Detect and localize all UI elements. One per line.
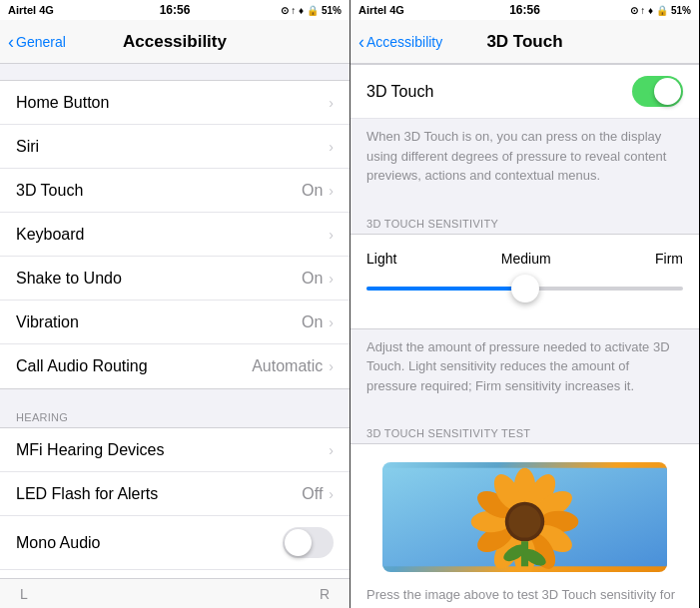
sensitivity-note: Adjust the amount of pressure needed to … [350,329,699,406]
icons-right: ⊙ ↑ ♦ 🔒 [630,5,668,16]
back-chevron-left: ‹ [8,33,14,51]
label-keyboard: Keyboard [16,226,85,244]
right-keyboard: › [327,227,334,243]
sensitivity-labels: Light Medium Firm [350,243,699,271]
slider-container [350,271,699,314]
right-call-audio: Automatic › [252,357,334,375]
label-mfi-hearing: MFi Hearing Devices [16,441,164,459]
nav-bar-right: ‹ Accessibility 3D Touch [350,20,699,64]
left-panel: Airtel 4G 16:56 ⊙ ↑ ♦ 🔒 51% ‹ General Ac… [0,0,350,608]
toggle-3d-touch-right[interactable] [632,76,683,107]
test-image[interactable] [382,462,667,572]
label-call-audio: Call Audio Routing [16,357,148,375]
back-chevron-right: ‹ [358,33,364,51]
back-button-left[interactable]: ‹ General [8,33,66,51]
nav-title-right: 3D Touch [486,32,562,52]
right-led-flash: Off › [302,485,334,503]
label-siri: Siri [16,138,39,156]
hearing-rows: MFi Hearing Devices › LED Flash for Aler… [0,427,350,578]
test-body: Press the image above to test 3D Touch s… [350,443,699,608]
label-mono-audio: Mono Audio [16,534,101,552]
main-section-left: Home Button › Siri › 3D Touch On › [0,80,350,389]
row-3d-touch[interactable]: 3D Touch On › [0,169,350,213]
value-led-flash: Off [302,485,323,503]
content-right: 3D Touch When 3D Touch is on, you can pr… [350,64,699,608]
row-mfi-hearing[interactable]: MFi Hearing Devices › [0,428,350,472]
value-shake-to-undo: On [302,270,323,288]
status-bar-left: Airtel 4G 16:56 ⊙ ↑ ♦ 🔒 51% [0,0,350,20]
time-right: 16:56 [509,3,540,17]
right-shake-to-undo: On › [302,270,334,288]
chevron-3d-touch: › [329,183,334,199]
row-home-button[interactable]: Home Button › [0,81,350,125]
label-firm: Firm [655,251,683,267]
toggle-mono-audio[interactable] [283,527,334,558]
svg-point-14 [508,505,540,537]
touch-toggle-row[interactable]: 3D Touch [350,64,699,119]
value-3d-touch: On [302,182,323,200]
test-image-wrapper[interactable] [350,444,699,572]
back-button-right[interactable]: ‹ Accessibility [358,33,442,51]
slider-wrapper [366,275,683,303]
sensitivity-body: Light Medium Firm [350,234,699,329]
slider-track [366,287,683,291]
row-siri[interactable]: Siri › [0,125,350,169]
row-phone-noise[interactable]: Phone Noise Cancellation [0,570,350,578]
right-siri: › [327,139,334,155]
battery-right: 51% [671,5,691,16]
label-light: Light [366,251,396,267]
back-label-right: Accessibility [366,34,442,50]
back-label-left: General [16,34,66,50]
status-right-right: ⊙ ↑ ♦ 🔒 51% [630,5,691,16]
bottom-right-label: R [320,586,330,602]
time-left: 16:56 [160,3,191,17]
status-bar-right: Airtel 4G 16:56 ⊙ ↑ ♦ 🔒 51% [350,0,699,20]
right-mfi-hearing: › [327,442,334,458]
battery-left: 51% [322,5,342,16]
slider-fill [366,287,525,291]
row-call-audio[interactable]: Call Audio Routing Automatic › [0,344,350,388]
status-left: Airtel 4G [8,4,54,16]
value-vibration: On [302,313,323,331]
nav-bar-left: ‹ General Accessibility [0,20,350,64]
chevron-keyboard: › [329,227,334,243]
toggle-thumb-mono [285,529,312,556]
value-call-audio: Automatic [252,357,323,375]
label-medium: Medium [501,251,551,267]
main-rows: Home Button › Siri › 3D Touch On › [0,80,350,389]
hearing-header: HEARING [0,405,350,427]
right-vibration: On › [302,313,334,331]
content-left: Home Button › Siri › 3D Touch On › [0,64,350,578]
sensitivity-section: 3D TOUCH SENSITIVITY Light Medium Firm [350,212,699,329]
label-3d-touch: 3D Touch [16,182,83,200]
chevron-vibration: › [329,314,334,330]
chevron-mfi-hearing: › [329,442,334,458]
sensitivity-header: 3D TOUCH SENSITIVITY [350,212,699,234]
chevron-siri: › [329,139,334,155]
row-vibration[interactable]: Vibration On › [0,301,350,344]
hearing-section: HEARING MFi Hearing Devices › LED Flash … [0,405,350,578]
test-note: Press the image above to test 3D Touch s… [350,580,699,608]
chevron-home-button: › [329,95,334,111]
nav-title-left: Accessibility [123,32,227,52]
chevron-shake-to-undo: › [329,271,334,287]
toggle-thumb-3d [654,78,681,105]
row-keyboard[interactable]: Keyboard › [0,213,350,257]
status-left-right: Airtel 4G [358,4,404,16]
row-shake-to-undo[interactable]: Shake to Undo On › [0,257,350,301]
bottom-left-label: L [20,586,28,602]
bottom-bar-left: L R [0,578,350,608]
touch-description: When 3D Touch is on, you can press on th… [350,119,699,196]
slider-thumb[interactable] [511,275,539,303]
touch-row-label: 3D Touch [366,83,433,101]
test-section: 3D TOUCH SENSITIVITY TEST [350,421,699,608]
carrier-left: Airtel 4G [8,4,54,16]
chevron-led-flash: › [329,486,334,502]
right-panel: Airtel 4G 16:56 ⊙ ↑ ♦ 🔒 51% ‹ Accessibil… [350,0,699,608]
label-shake-to-undo: Shake to Undo [16,270,122,288]
row-led-flash[interactable]: LED Flash for Alerts Off › [0,472,350,516]
label-home-button: Home Button [16,94,109,112]
row-mono-audio[interactable]: Mono Audio [0,516,350,570]
flower-svg [382,462,667,572]
touch-toggle-section: 3D Touch [350,64,699,119]
